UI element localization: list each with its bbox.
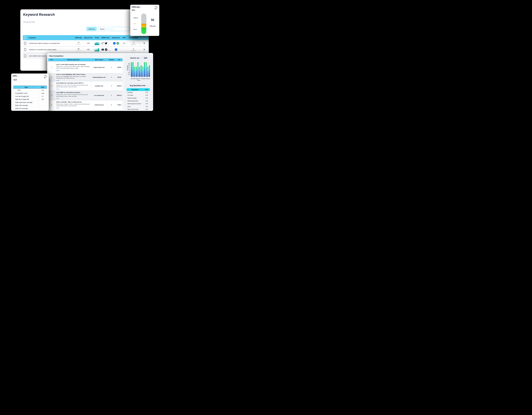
cpc-row-type: Daily click average: [13, 104, 39, 107]
competition-cell: 0: [127, 40, 140, 46]
serp-result-link[interactable]: (Link): [56, 80, 59, 81]
backlinks-row: Referring Domains3.00: [127, 99, 150, 102]
serp-row-position: 2: [107, 61, 116, 73]
col-cpc[interactable]: CPC: [121, 35, 127, 40]
row-expand-chevron[interactable]: [140, 47, 149, 52]
row-checkbox[interactable]: [24, 54, 26, 57]
serp-result-title: con1 V con2 2023 Country1 tour of Countr…: [56, 64, 86, 65]
serp-result-link[interactable]: Link): [56, 98, 59, 99]
keyword-table-header: Keyword Difficulty Search Vol. Trend SER…: [23, 35, 149, 40]
backlinks-row-value: 0.00: [144, 102, 150, 105]
serp-row-content: con1 V con2 2023 Country1 tour of Countr…: [55, 61, 91, 73]
serp-row-domain: youtube.com: [91, 81, 107, 91]
serp-row-domain: espncricinfo.com: [91, 61, 107, 73]
export-button[interactable]: Export: [98, 27, 106, 31]
serp-competitors-table: No# Title/Description/Url Main domain Po…: [48, 58, 123, 110]
more-dots-icon: ...: [108, 43, 110, 45]
chart-bar: [136, 67, 137, 77]
table-row: Cricket test match country1 vs country2 …: [23, 40, 149, 46]
intent-navigational-icon: N: [116, 42, 119, 45]
info-icon[interactable]: i: [140, 6, 142, 8]
backlinks-row-name: Rank: [127, 105, 144, 108]
columns-button[interactable]: Columns: [86, 27, 97, 31]
col-trend[interactable]: Trend: [94, 35, 100, 40]
serp-col-no: No#: [48, 58, 55, 61]
row-checkbox[interactable]: [24, 48, 26, 51]
backlinks-row-value: 0.00: [144, 108, 150, 111]
chart-bar: [141, 65, 142, 77]
info-icon[interactable]: i: [146, 85, 148, 87]
backlinks-row-value: 0.00: [144, 105, 150, 108]
trend-sparkline-icon: [94, 48, 99, 51]
info-icon[interactable]: i: [141, 57, 142, 59]
difficulty-value-label: Difficulty: [148, 25, 157, 27]
cpc-row-value: 0.9: [39, 89, 47, 92]
more-dots-icon: ...: [108, 49, 110, 51]
serp-feat-cell: ...: [100, 40, 111, 46]
advanced-filter-link[interactable]: Advanced Filter: [23, 21, 35, 23]
backlinks-row: Do Follow8.00: [127, 94, 150, 97]
serp-row-position: 3: [107, 74, 116, 81]
serp-result-description: con1 vs con2 Highlights, WTC 2023 Final:…: [56, 76, 90, 79]
search-input[interactable]: [108, 27, 130, 31]
serp-result-title: con1 vs con2 Highlights, WTC Final: Coun…: [56, 74, 86, 75]
refresh-icon[interactable]: [155, 6, 157, 9]
serp-row-domain: hindustantimes.com: [91, 74, 107, 81]
chart-bar: [137, 62, 139, 77]
search-int-cell: I: [111, 47, 121, 52]
row-checkbox[interactable]: [24, 42, 26, 45]
serp-result-link[interactable]: (Link): [56, 70, 59, 71]
chart-y-tick: 100-: [126, 74, 130, 75]
difficulty-value: 50: [148, 18, 157, 22]
select-all-checkbox[interactable]: [24, 36, 26, 39]
cpc-widget-title: CPCi: [13, 75, 19, 77]
cpc-table-row: Competition LevelLow: [13, 92, 47, 95]
info-icon[interactable]: i: [18, 75, 19, 77]
trend-line-icon: [101, 42, 104, 45]
serp-col-etv: Etv: [116, 58, 123, 61]
col-keyword[interactable]: Keyword: [28, 35, 74, 40]
cpc-value: 0.9: [14, 79, 17, 81]
cpc-table-row: High top of page bid0.9: [13, 98, 47, 101]
chart-y-tick: 1k-: [126, 70, 130, 71]
chart-y-tick: 500-: [126, 72, 130, 73]
backlinks-row-name: Do Follow: [127, 94, 144, 97]
leaf-icon: [105, 48, 107, 51]
col-search-int[interactable]: Search Int.: [111, 35, 121, 40]
cpc-row-type: Daily impression average: [13, 101, 39, 104]
cpc-row-value: -: [39, 107, 47, 110]
trend-sparkline-icon: [94, 41, 99, 45]
serp-result-description: Follow India v Australia - Men on cricke…: [56, 103, 90, 107]
col-difficulty[interactable]: Difficulty: [74, 35, 83, 40]
cpc-col-info: Info.: [39, 86, 47, 89]
cpc-table: Type Info. CPC0.9Competition LevelLowLow…: [13, 86, 47, 110]
backlinks-row-name: Referring Domains: [127, 99, 144, 102]
cpc-row-type: CPC: [13, 89, 39, 92]
table-row: country1 vs country2 live cricket match …: [23, 46, 149, 52]
backlinks-row: Rank0.00: [127, 105, 150, 108]
gauge-label-bad: Bad: [133, 23, 136, 24]
search-volume-value: 104: [144, 57, 147, 59]
col-serp-feat[interactable]: SERP Feat.: [100, 35, 111, 40]
cpc-row-type: Low top of page bid: [13, 95, 39, 98]
serp-result-title: Con1 Media On con1 Beat con2 in WTC F...: [56, 82, 84, 84]
serp-feat-cell: ...: [100, 47, 111, 52]
col-competition[interactable]: Competition: [127, 35, 140, 40]
backlinks-row-value: 3.00: [144, 99, 150, 102]
difficulty-gauge: [141, 13, 146, 34]
cpc-table-row: Low top of page bid0.7: [13, 95, 47, 98]
row-expand-chevron[interactable]: [140, 40, 149, 46]
page-title: Keyword Research: [23, 13, 55, 17]
difficulty-subtitle: SEO: [132, 9, 135, 11]
col-search-vol[interactable]: Search Vol.: [83, 35, 94, 40]
serp-result-description: Follow con1 v con2 - Men on cricket.com.…: [56, 84, 90, 88]
serp-row-position: 6: [107, 100, 116, 110]
gauge-segment-difficult: [142, 14, 146, 24]
serp-row-etv: 10873.5: [116, 91, 123, 100]
serp-result-link[interactable]: (URL): [56, 107, 59, 109]
difficulty-cell: 16: [74, 40, 83, 46]
serp-result-link[interactable]: (Link): [56, 89, 59, 90]
chart-y-axis-label: Searches: [127, 65, 128, 71]
cpc-row-type: Competition Level: [13, 92, 39, 95]
refresh-icon[interactable]: [44, 75, 47, 78]
